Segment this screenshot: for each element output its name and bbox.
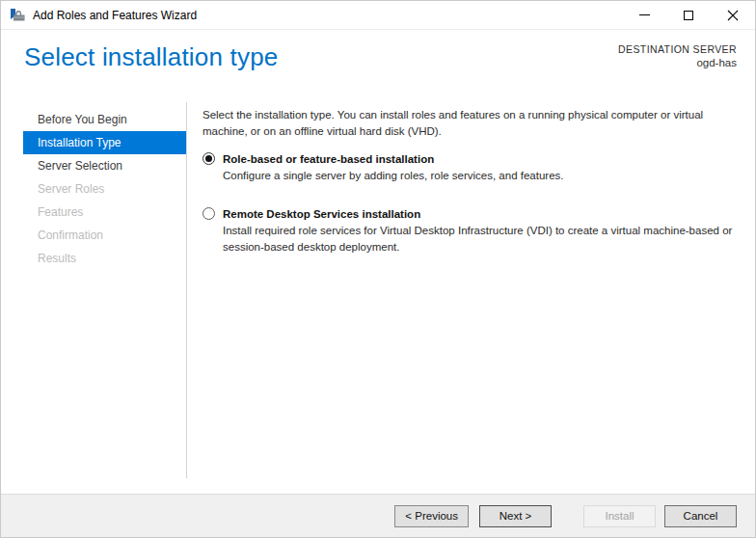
page-title: Select installation type [24, 42, 279, 72]
wizard-footer: < Previous Next > Install Cancel [1, 494, 755, 537]
option-rds-description: Install required role services for Virtu… [223, 223, 738, 256]
destination-server-block: DESTINATION SERVER ogd-has [618, 43, 737, 68]
sidebar-item-server-roles: Server Roles [23, 177, 186, 201]
sidebar-item-results: Results [23, 247, 186, 270]
option-role-based-label[interactable]: Role-based or feature-based installation [223, 153, 434, 165]
server-manager-toolbox-icon [10, 8, 25, 23]
radio-remote-desktop-installation[interactable] [202, 207, 215, 220]
cancel-button[interactable]: Cancel [664, 505, 737, 527]
next-button[interactable]: Next > [479, 505, 552, 527]
window-title: Add Roles and Features Wizard [33, 9, 197, 22]
destination-server-name: ogd-has [618, 57, 737, 68]
title-bar: Add Roles and Features Wizard [1, 1, 755, 30]
sidebar-item-server-selection[interactable]: Server Selection [23, 154, 186, 177]
install-button: Install [583, 505, 656, 527]
footer-buttons: < Previous Next > Install Cancel [394, 505, 755, 527]
option-rds: Remote Desktop Services installation Ins… [202, 207, 738, 256]
option-rds-head: Remote Desktop Services installation [202, 207, 738, 220]
sidebar-item-confirmation: Confirmation [23, 224, 186, 247]
option-rds-label[interactable]: Remote Desktop Services installation [223, 208, 420, 220]
previous-button[interactable]: < Previous [394, 505, 469, 527]
sidebar-item-installation-type[interactable]: Installation Type [23, 131, 186, 154]
option-role-based: Role-based or feature-based installation… [202, 152, 738, 184]
wizard-main-pane: Select the installation type. You can in… [202, 107, 738, 256]
radio-role-based-installation[interactable] [202, 152, 215, 165]
minimize-icon [639, 14, 650, 15]
maximize-icon [684, 11, 693, 20]
sidebar-item-features: Features [23, 201, 186, 224]
wizard-steps-sidebar: Before You Begin Installation Type Serve… [1, 102, 187, 478]
wizard-header: Select installation type DESTINATION SER… [1, 31, 755, 102]
maximize-button[interactable] [666, 1, 711, 29]
wizard-window: Add Roles and Features Wizard Select ins… [0, 0, 756, 538]
close-icon [727, 10, 739, 21]
option-role-based-head: Role-based or feature-based installation [202, 152, 738, 165]
sidebar-item-before-you-begin[interactable]: Before You Begin [23, 108, 186, 131]
destination-server-label: DESTINATION SERVER [618, 43, 737, 55]
option-role-based-description: Configure a single server by adding role… [223, 168, 738, 184]
minimize-button[interactable] [622, 1, 666, 29]
intro-text: Select the installation type. You can in… [202, 107, 738, 140]
close-button[interactable] [711, 1, 755, 29]
wizard-body: Before You Begin Installation Type Serve… [1, 102, 755, 494]
window-controls [622, 1, 755, 29]
